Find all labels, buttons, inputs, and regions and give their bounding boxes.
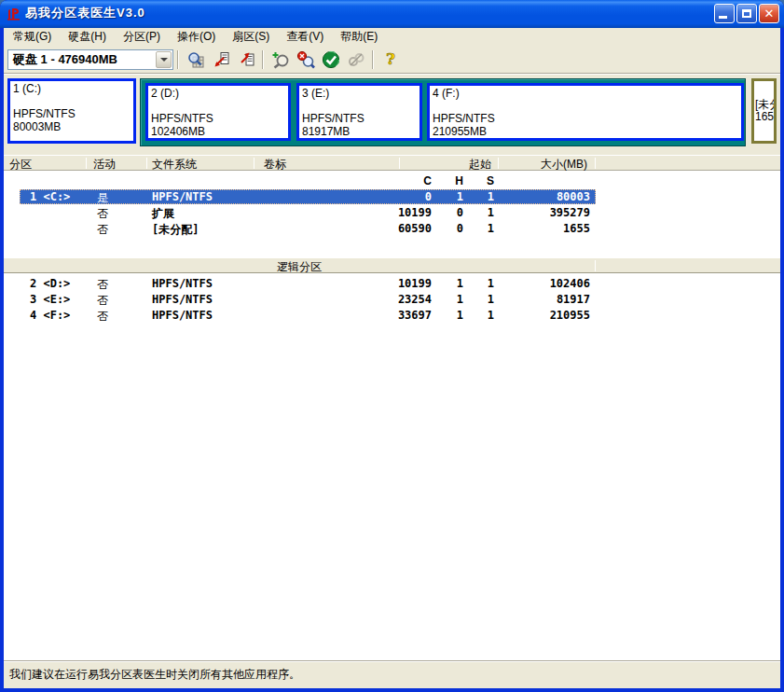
table-row-extended[interactable]: 否 扩展 10199 0 1 395279 [4, 205, 780, 221]
cell-active: 否 [97, 293, 108, 309]
check-partition-button[interactable] [268, 49, 292, 71]
unallocated-box[interactable]: [未分配] 1655MB [751, 78, 777, 144]
close-button[interactable]: ✕ [759, 4, 779, 23]
cell-filesystem: HPFS/NTFS [152, 293, 213, 306]
table-row-primary-c[interactable]: 1 <C:> 是 HPFS/NTFS 0 1 1 80003 [4, 189, 780, 205]
header-divider [86, 158, 87, 169]
logical-partition-section-bar: 逻辑分区 [4, 257, 780, 273]
partition-name: 4 (F:) [433, 87, 738, 100]
extended-partition-container: 2 (D:) HPFS/NTFS 102406MB 3 (E:) HPFS/NT… [140, 78, 746, 146]
partition-size: 102406MB [151, 125, 285, 138]
menu-help[interactable]: 帮助(E) [332, 28, 386, 48]
partition-size: 210955MB [433, 125, 738, 138]
statusbar: 我们建议在运行易我分区表医生时关闭所有其他应用程序。 [4, 660, 780, 688]
cell-size: 102406 [488, 277, 590, 290]
toolbar-separator [177, 50, 179, 69]
cell-active: 否 [97, 277, 108, 293]
cell-active: 否 [97, 222, 108, 238]
partition-size: 81917MB [302, 125, 417, 138]
cell-filesystem: [未分配] [152, 222, 199, 238]
chs-subheader: C H S [4, 173, 780, 189]
cell-filesystem: HPFS/NTFS [152, 277, 213, 290]
cell-partition: 1 <C:> [30, 190, 70, 203]
cell-start-c: 10199 [348, 206, 432, 219]
apply-fix-icon [322, 50, 340, 69]
sector-viewer-button[interactable] [184, 49, 207, 71]
cell-filesystem: HPFS/NTFS [152, 190, 213, 203]
menu-general[interactable]: 常规(G) [5, 28, 60, 48]
partition-name: 3 (E:) [302, 87, 417, 100]
cell-size: 395279 [488, 206, 590, 219]
partition-size: 80003MB [13, 120, 131, 133]
sector-viewer-icon [186, 50, 205, 69]
chevron-down-icon [160, 58, 168, 62]
partition-box-d[interactable]: 2 (D:) HPFS/NTFS 102406MB [145, 83, 291, 141]
partition-fs: HPFS/NTFS [13, 107, 131, 120]
menu-operation[interactable]: 操作(O) [169, 28, 224, 48]
cell-size: 1655 [488, 222, 590, 235]
goto-next-button[interactable] [234, 49, 257, 71]
titlebar: 易我分区表医生V3.0 ✕ [0, 0, 784, 28]
cell-filesystem: HPFS/NTFS [152, 309, 213, 322]
partition-name: 2 (D:) [151, 87, 285, 100]
help-icon: ? [381, 50, 400, 69]
goto-previous-button[interactable] [209, 49, 232, 71]
stop-check-icon [296, 50, 315, 69]
header-divider [399, 158, 400, 169]
logical-partition-label: 逻辑分区 [4, 259, 595, 275]
partition-box-e[interactable]: 3 (E:) HPFS/NTFS 81917MB [296, 83, 422, 141]
table-row-logical-f[interactable]: 4 <F:> 否 HPFS/NTFS 33697 1 1 210955 [4, 308, 780, 324]
table-header: 分区 活动 文件系统 卷标 起始 大小(MB) [4, 155, 780, 171]
table-row-logical-d[interactable]: 2 <D:> 否 HPFS/NTFS 10199 1 1 102406 [4, 276, 780, 292]
undo-icon-disabled [347, 50, 365, 69]
partition-name: 1 (C:) [13, 82, 131, 95]
cell-start-c: 33697 [348, 309, 432, 322]
toolbar-separator [262, 50, 264, 69]
cell-start-c: 10199 [348, 277, 432, 290]
table-row-logical-e[interactable]: 3 <E:> 否 HPFS/NTFS 23254 1 1 81917 [4, 292, 780, 308]
menu-view[interactable]: 查看(V) [278, 28, 332, 48]
cell-active: 是 [97, 190, 108, 206]
section-divider [595, 260, 596, 271]
unallocated-size: 1655MB [755, 111, 774, 123]
header-divider [595, 158, 596, 169]
cell-size: 80003 [488, 190, 590, 203]
help-button[interactable]: ? [378, 49, 402, 71]
cell-active: 否 [97, 206, 108, 222]
close-icon: ✕ [760, 6, 778, 21]
cell-size: 81917 [488, 293, 590, 306]
partition-map: 1 (C:) HPFS/NTFS 80003MB 2 (D:) HPFS/NTF… [4, 73, 780, 151]
app-logo-icon [6, 6, 21, 21]
table-row-unallocated[interactable]: 否 [未分配] 60590 0 1 1655 [4, 221, 780, 237]
cell-start-c: 0 [348, 190, 432, 203]
minimize-button[interactable] [714, 4, 735, 23]
cell-partition: 2 <D:> [30, 277, 70, 290]
partition-fs: HPFS/NTFS [433, 112, 738, 125]
chs-header-s: S [457, 174, 494, 187]
app-window: 易我分区表医生V3.0 ✕ 常规(G) 硬盘(H) 分区(P) 操作(O) 扇区… [0, 0, 784, 692]
cell-start-c: 23254 [348, 293, 432, 306]
cell-filesystem: 扩展 [152, 206, 174, 222]
menu-disk[interactable]: 硬盘(H) [60, 28, 115, 48]
menu-partition[interactable]: 分区(P) [115, 28, 169, 48]
disk-selector-combobox[interactable]: 硬盘 1 - 476940MB [7, 49, 173, 70]
partition-box-f[interactable]: 4 (F:) HPFS/NTFS 210955MB [427, 83, 744, 141]
header-divider [146, 158, 147, 169]
chs-header-c: C [348, 174, 432, 187]
menu-sector[interactable]: 扇区(S) [224, 28, 278, 48]
window-title: 易我分区表医生V3.0 [25, 5, 712, 21]
partition-fs: HPFS/NTFS [151, 112, 285, 125]
toolbar-separator [372, 50, 374, 69]
partition-fs: HPFS/NTFS [302, 112, 417, 125]
partition-box-c[interactable]: 1 (C:) HPFS/NTFS 80003MB [7, 78, 136, 144]
menubar: 常规(G) 硬盘(H) 分区(P) 操作(O) 扇区(S) 查看(V) 帮助(E… [4, 28, 780, 47]
apply-fix-button[interactable] [319, 49, 342, 71]
undo-button-disabled[interactable] [344, 49, 367, 71]
stop-check-button[interactable] [294, 49, 317, 71]
svg-text:?: ? [386, 50, 395, 68]
disk-selector-dropdown-button[interactable] [156, 51, 172, 68]
disk-selector-value: 硬盘 1 - 476940MB [13, 51, 117, 68]
maximize-button[interactable] [736, 4, 757, 23]
header-divider [498, 158, 499, 169]
cell-partition: 3 <E:> [30, 293, 70, 306]
